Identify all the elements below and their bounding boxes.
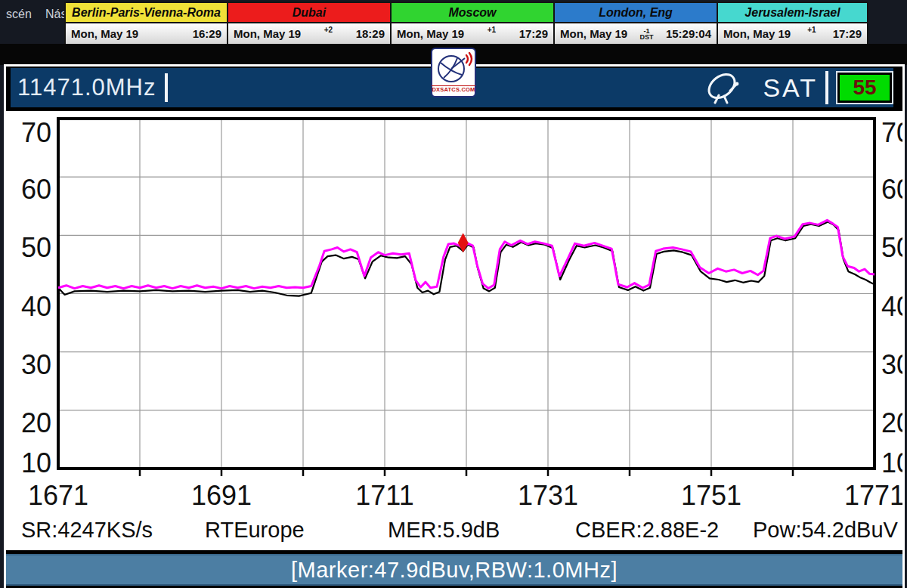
- clock-date: Mon, May 19: [397, 27, 464, 40]
- marker-info-bar: [Marker:47.9dBuv,RBW:1.0MHz]: [6, 554, 902, 586]
- header-separator: [825, 71, 828, 104]
- clock-time-row: Mon, May 19 +1 17:29: [718, 23, 867, 44]
- clock-time-row: Mon, May 19 +1 17:29: [392, 23, 553, 44]
- clock-panel-london: London, Eng Mon, May 19 -1 DST 15:29:04: [555, 3, 718, 44]
- spectrum-plot[interactable]: 7070606050504040303020201010167116911711…: [6, 111, 902, 550]
- clock-dst-label: DST: [640, 34, 654, 40]
- svg-text:1731: 1731: [518, 480, 578, 511]
- clock-city-label: Dubai: [228, 3, 390, 23]
- clock-panel-dubai: Dubai Mon, May 19 +2 18:29: [228, 3, 392, 44]
- menu-item-scen[interactable]: scén: [6, 8, 32, 21]
- status-cber: CBER:2.88E-2: [575, 518, 719, 543]
- svg-text:70: 70: [881, 117, 902, 148]
- clock-time: 17:29: [833, 27, 862, 40]
- clock-date: Mon, May 19: [71, 27, 138, 40]
- clock-date: Mon, May 19: [723, 27, 791, 40]
- svg-text:1751: 1751: [681, 480, 741, 511]
- svg-text:1671: 1671: [28, 480, 88, 511]
- clock-city-label: London, Eng: [555, 3, 717, 23]
- sat-label: SAT: [763, 73, 818, 103]
- text-cursor: [165, 73, 168, 102]
- clock-time: 17:29: [519, 27, 548, 40]
- spectrum-chart[interactable]: 7070606050504040303020201010167116911711…: [6, 111, 902, 550]
- clock-dst-indicator: -1 DST: [640, 28, 654, 40]
- clock-date: Mon, May 19: [560, 27, 627, 40]
- svg-text:20: 20: [881, 407, 902, 438]
- svg-text:30: 30: [881, 349, 902, 380]
- clock-panel-jerusalem: Jerusalem-Israel Mon, May 19 +1 17:29: [718, 3, 867, 44]
- logo-text: DXSATCS.COM: [432, 85, 475, 93]
- spectrum-analyzer-screen: scén Nás Berlin-Paris-Vienna-Roma Mon, M…: [0, 0, 907, 588]
- clock-date: Mon, May 19: [234, 27, 301, 40]
- header-right-group: SAT 55: [704, 70, 893, 106]
- svg-text:30: 30: [21, 349, 51, 380]
- svg-text:1771: 1771: [844, 480, 902, 511]
- satellite-dish-icon: [704, 70, 746, 106]
- world-clock-strip: Berlin-Paris-Vienna-Roma Mon, May 19 16:…: [64, 2, 868, 45]
- signal-strength-badge: 55: [837, 73, 892, 103]
- svg-text:10: 10: [21, 447, 51, 478]
- svg-text:40: 40: [881, 291, 902, 322]
- clock-time-row: Mon, May 19 -1 DST 15:29:04: [555, 23, 717, 44]
- status-symbol-rate: SR:4247KS/s: [21, 518, 153, 543]
- clock-city-label: Moscow: [392, 3, 553, 23]
- clock-panel-moscow: Moscow Mon, May 19 +1 17:29: [392, 3, 555, 44]
- status-power: Pow:54.2dBuV: [753, 518, 898, 543]
- clock-city-label: Berlin-Paris-Vienna-Roma: [66, 3, 227, 23]
- clock-city-label: Jerusalem-Israel: [718, 3, 867, 23]
- svg-text:10: 10: [881, 447, 902, 478]
- clock-offset: +2: [324, 26, 333, 34]
- dxsatcs-logo: DXSATCS.COM: [431, 48, 476, 97]
- status-mer: MER:5.9dB: [388, 518, 500, 543]
- svg-text:60: 60: [21, 174, 51, 205]
- clock-time: 15:29:04: [666, 27, 711, 40]
- clock-time: 16:29: [193, 27, 221, 40]
- svg-text:1691: 1691: [191, 480, 252, 511]
- clock-panel-berlin: Berlin-Paris-Vienna-Roma Mon, May 19 16:…: [66, 3, 228, 44]
- svg-text:50: 50: [881, 232, 902, 263]
- svg-text:1711: 1711: [355, 480, 413, 511]
- status-network-name: RTEurope: [205, 518, 305, 543]
- clock-offset: +1: [807, 26, 816, 34]
- clock-offset: +1: [488, 26, 496, 34]
- logo-dish-icon: [433, 49, 474, 87]
- svg-text:60: 60: [881, 174, 902, 205]
- marker-readout: [Marker:47.9dBuv,RBW:1.0MHz]: [291, 558, 618, 583]
- svg-text:50: 50: [21, 232, 51, 263]
- svg-text:40: 40: [21, 291, 51, 322]
- clock-time: 18:29: [356, 27, 385, 40]
- svg-text:70: 70: [21, 117, 51, 148]
- svg-text:20: 20: [21, 407, 51, 438]
- clock-time-row: Mon, May 19 16:29: [66, 23, 227, 44]
- frequency-readout[interactable]: 11471.0MHz: [17, 74, 156, 101]
- analyzer-panel: 11471.0MHz SAT 55 70706060505040: [4, 64, 905, 588]
- clock-time-row: Mon, May 19 +2 18:29: [228, 23, 390, 44]
